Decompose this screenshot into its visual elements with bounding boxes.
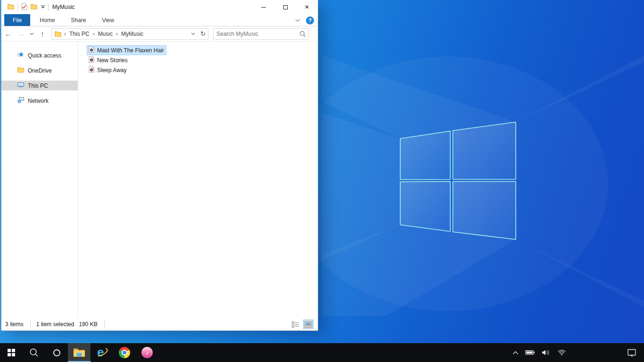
address-toolbar: ← → ↑ › This PC › Music › MyMusic xyxy=(1,26,318,41)
items-count: 3 items xyxy=(5,321,24,328)
chrome-button[interactable] xyxy=(113,343,136,362)
file-explorer-folder-icon xyxy=(73,347,85,358)
file-name: New Stories xyxy=(97,57,128,64)
refresh-button[interactable]: ↻ xyxy=(198,30,208,37)
selection-count: 1 item selected xyxy=(36,321,74,328)
tab-view[interactable]: View xyxy=(95,14,121,26)
back-icon: ← xyxy=(5,30,12,38)
maximize-icon xyxy=(283,5,288,9)
tab-file[interactable]: File xyxy=(4,14,30,26)
folder-icon xyxy=(17,66,25,75)
up-icon: ↑ xyxy=(41,30,44,38)
music-note-glyph: ♪ xyxy=(146,349,149,356)
minimize-button[interactable] xyxy=(253,0,274,14)
properties-icon[interactable] xyxy=(21,3,27,12)
network-icon xyxy=(17,96,25,105)
sidebar-item-label: Quick access xyxy=(28,52,61,59)
recent-locations-chevron-icon xyxy=(30,33,34,35)
start-button[interactable] xyxy=(0,343,23,362)
taskbar-search-button[interactable] xyxy=(23,343,45,362)
minimize-icon xyxy=(261,7,266,8)
file-item[interactable]: New Stories xyxy=(87,55,130,65)
itunes-button[interactable]: ♪ xyxy=(136,343,158,362)
address-dropdown-chevron-icon xyxy=(191,33,195,35)
quick-access-toolbar xyxy=(1,3,49,12)
breadcrumb-music[interactable]: Music xyxy=(95,29,116,39)
audio-file-icon xyxy=(88,46,95,55)
forward-icon: → xyxy=(17,30,25,38)
internet-explorer-button[interactable]: e xyxy=(91,343,113,362)
volume-icon xyxy=(542,349,551,356)
internet-explorer-icon: e xyxy=(96,346,108,359)
status-separator xyxy=(30,321,31,328)
chevron-up-icon xyxy=(512,351,519,355)
details-view-button[interactable] xyxy=(290,320,300,329)
search-icon[interactable] xyxy=(297,31,308,37)
wifi-button[interactable] xyxy=(556,347,567,358)
recent-locations-button[interactable] xyxy=(27,33,36,35)
status-separator xyxy=(104,321,105,328)
ribbon-tab-strip: File Home Share View ? xyxy=(1,14,318,26)
desktop-screen: MyMusic ✕ File Home Share View ? ← → xyxy=(0,0,644,362)
forward-button[interactable]: → xyxy=(15,30,27,38)
search-box[interactable] xyxy=(213,28,309,40)
help-icon[interactable]: ? xyxy=(306,16,314,25)
new-folder-icon[interactable] xyxy=(30,3,38,12)
taskbar: e ♪ xyxy=(0,343,644,362)
cortana-circle-icon xyxy=(53,349,60,356)
up-button[interactable]: ↑ xyxy=(36,30,49,38)
file-explorer-window: MyMusic ✕ File Home Share View ? ← → xyxy=(1,0,318,331)
breadcrumb-this-pc[interactable]: This PC xyxy=(66,29,92,39)
folder-icon xyxy=(54,30,62,38)
details-view-icon xyxy=(292,321,299,328)
back-button[interactable]: ← xyxy=(1,30,15,38)
expand-ribbon-chevron-icon[interactable] xyxy=(295,17,300,24)
show-hidden-icons-button[interactable] xyxy=(512,349,520,357)
breadcrumb-mymusic[interactable]: MyMusic xyxy=(118,29,146,39)
tab-home[interactable]: Home xyxy=(33,14,61,26)
title-bar[interactable]: MyMusic ✕ xyxy=(1,0,318,14)
sidebar-item-label: This PC xyxy=(28,82,48,89)
wifi-icon xyxy=(557,349,566,356)
close-button[interactable]: ✕ xyxy=(296,0,318,14)
refresh-icon: ↻ xyxy=(200,30,206,37)
sidebar-item-this-pc[interactable]: This PC xyxy=(1,81,78,90)
taskbar-file-explorer-button[interactable] xyxy=(68,343,91,362)
file-list[interactable]: Maid With The Flaxen Hair New Stories Sl… xyxy=(78,41,318,319)
file-item-selected[interactable]: Maid With The Flaxen Hair xyxy=(87,45,166,55)
tab-share[interactable]: Share xyxy=(64,14,92,26)
file-name: Sleep Away xyxy=(97,67,127,74)
battery-status-button[interactable] xyxy=(524,348,536,357)
sidebar-item-label: Network xyxy=(28,98,49,104)
sidebar-item-label: OneDrive xyxy=(28,67,52,74)
address-bar[interactable]: › This PC › Music › MyMusic ↻ xyxy=(51,28,208,40)
sidebar-item-network[interactable]: Network xyxy=(1,96,78,106)
system-tray xyxy=(512,343,644,362)
audio-file-icon xyxy=(88,56,95,65)
volume-button[interactable] xyxy=(541,347,552,358)
quick-access-star-icon xyxy=(17,51,25,60)
maximize-button[interactable] xyxy=(274,0,296,14)
computer-icon xyxy=(17,81,25,90)
navigation-pane: Quick access OneDrive This PC xyxy=(1,41,78,319)
action-center-icon xyxy=(627,349,636,357)
action-center-button[interactable] xyxy=(627,347,637,359)
explorer-folder-icon xyxy=(7,3,15,12)
search-icon xyxy=(29,348,39,357)
sidebar-item-quick-access[interactable]: Quick access xyxy=(1,50,78,60)
selection-size: 190 KB xyxy=(79,321,97,328)
sidebar-item-onedrive[interactable]: OneDrive xyxy=(1,66,78,75)
window-controls: ✕ xyxy=(253,0,318,14)
window-title: MyMusic xyxy=(52,4,74,10)
customize-quick-access-dropdown-icon[interactable] xyxy=(41,4,45,10)
cortana-button[interactable] xyxy=(45,343,68,362)
window-body: Quick access OneDrive This PC xyxy=(1,41,318,319)
large-icons-view-icon xyxy=(305,321,312,328)
close-icon: ✕ xyxy=(305,4,309,10)
audio-file-icon xyxy=(88,66,95,74)
search-input[interactable] xyxy=(214,31,297,37)
large-icons-view-button[interactable] xyxy=(304,320,313,329)
file-item[interactable]: Sleep Away xyxy=(87,65,129,75)
address-dropdown-button[interactable] xyxy=(188,33,198,35)
chrome-icon xyxy=(119,347,130,358)
